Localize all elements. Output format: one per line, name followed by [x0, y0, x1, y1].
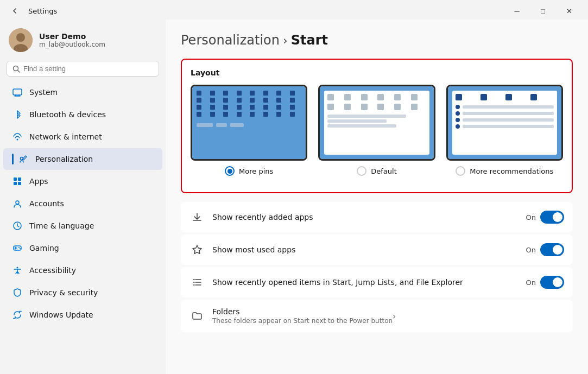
recently-added-toggle[interactable]	[540, 211, 564, 224]
more-rec-radio[interactable]	[456, 166, 465, 176]
window-controls: ─ □ ✕	[504, 3, 581, 19]
sidebar-item-update-label: Windows Update	[29, 310, 93, 319]
avatar	[9, 28, 33, 52]
sidebar-item-gaming[interactable]: Gaming	[3, 237, 162, 259]
user-name: User Demo	[39, 32, 105, 41]
svg-rect-4	[13, 89, 22, 95]
sidebar-item-bluetooth-label: Bluetooth & devices	[29, 110, 106, 119]
svg-rect-9	[14, 182, 17, 185]
sidebar-item-time[interactable]: Time & language	[3, 215, 162, 237]
default-preview	[318, 85, 435, 161]
personalization-icon	[18, 154, 29, 164]
main-content: Personalization › Start Layout	[166, 20, 588, 374]
sidebar-item-system[interactable]: System	[3, 81, 162, 103]
privacy-icon	[12, 287, 23, 298]
accounts-icon	[12, 198, 23, 209]
chevron-right-icon: ›	[393, 311, 396, 321]
accessibility-icon	[12, 265, 23, 276]
more-pins-preview	[191, 85, 307, 161]
toggle-thumb	[553, 212, 562, 222]
user-info: User Demo m_lab@outlook.com	[39, 32, 105, 48]
folders-label: Folders	[212, 307, 393, 316]
active-indicator	[12, 154, 14, 164]
layout-section-title: Layout	[191, 68, 563, 77]
most-used-toggle[interactable]	[540, 243, 564, 256]
sidebar-item-gaming-label: Gaming	[29, 244, 59, 252]
most-used-toggle-area: On	[526, 243, 564, 256]
more-pins-radio[interactable]	[225, 166, 235, 176]
more-rec-preview	[446, 85, 563, 161]
search-box[interactable]	[7, 61, 159, 77]
most-used-label: Show most used apps	[212, 245, 526, 254]
default-radio-label[interactable]: Default	[357, 166, 397, 176]
recently-opened-toggle[interactable]	[540, 276, 564, 289]
svg-point-5	[17, 139, 18, 141]
breadcrumb: Personalization › Start	[181, 33, 573, 48]
layout-option-more-pins[interactable]: More pins	[191, 85, 307, 176]
back-button[interactable]	[7, 3, 23, 19]
breadcrumb-current: Start	[291, 33, 328, 48]
list-icon	[189, 275, 205, 290]
svg-rect-10	[18, 182, 21, 185]
layout-option-default[interactable]: Default	[318, 85, 435, 176]
recently-added-label: Show recently added apps	[212, 213, 526, 221]
app-body: User Demo m_lab@outlook.com System	[0, 20, 588, 374]
more-pins-radio-label[interactable]: More pins	[225, 166, 273, 176]
layout-option-more-rec[interactable]: More recommendations	[446, 85, 563, 176]
recently-opened-on-label: On	[526, 278, 536, 287]
layout-section: Layout	[181, 59, 573, 193]
recently-opened-label: Show recently opened items in Start, Jum…	[212, 278, 526, 287]
sidebar-item-update[interactable]: Windows Update	[3, 304, 162, 326]
folders-row-main: Folders These folders appear on Start ne…	[189, 307, 396, 325]
layout-options: More pins	[191, 85, 563, 176]
sidebar-item-bluetooth[interactable]: Bluetooth & devices	[3, 104, 162, 125]
close-button[interactable]: ✕	[557, 3, 581, 19]
sidebar-item-accessibility[interactable]: Accessibility	[3, 259, 162, 281]
apps-icon	[12, 176, 23, 187]
title-bar: Settings ─ □ ✕	[0, 0, 588, 20]
svg-point-1	[16, 33, 25, 42]
most-used-row: Show most used apps On	[181, 234, 573, 265]
more-pins-label: More pins	[239, 167, 273, 175]
title-bar-left: Settings	[7, 3, 57, 19]
sidebar-item-personalization[interactable]: Personalization	[3, 148, 162, 170]
sidebar-item-accounts[interactable]: Accounts	[3, 193, 162, 214]
sidebar-item-personalization-label: Personalization	[35, 155, 93, 163]
sidebar-item-accessibility-label: Accessibility	[29, 266, 76, 275]
recently-opened-row: Show recently opened items in Start, Jum…	[181, 267, 573, 297]
update-icon	[12, 309, 23, 320]
sidebar-item-privacy[interactable]: Privacy & security	[3, 282, 162, 303]
sidebar-item-network-label: Network & internet	[29, 132, 102, 141]
default-radio[interactable]	[357, 166, 366, 176]
folders-sublabel: These folders appear on Start next to th…	[212, 317, 393, 325]
folders-row[interactable]: Folders These folders appear on Start ne…	[181, 300, 573, 332]
sidebar-item-apps-label: Apps	[29, 177, 48, 186]
gaming-icon	[12, 243, 23, 253]
recently-added-row: Show recently added apps On	[181, 202, 573, 232]
toggle-thumb-2	[553, 245, 562, 255]
system-icon	[12, 87, 23, 98]
more-rec-label: More recommendations	[470, 167, 553, 175]
most-used-on-label: On	[526, 246, 536, 254]
default-label: Default	[371, 167, 397, 175]
search-icon	[12, 65, 20, 73]
sidebar-nav: System Bluetooth & devices Network & int…	[0, 81, 166, 326]
download-icon	[189, 210, 205, 225]
sidebar-item-privacy-label: Privacy & security	[29, 288, 98, 297]
user-section[interactable]: User Demo m_lab@outlook.com	[0, 20, 166, 59]
network-icon	[12, 131, 23, 142]
maximize-button[interactable]: □	[530, 3, 555, 19]
sidebar-item-apps[interactable]: Apps	[3, 170, 162, 192]
minimize-button[interactable]: ─	[504, 3, 529, 19]
folder-icon	[189, 308, 205, 324]
user-email: m_lab@outlook.com	[39, 41, 105, 48]
window-title: Settings	[28, 7, 57, 15]
svg-point-14	[18, 247, 20, 248]
sidebar-item-network[interactable]: Network & internet	[3, 126, 162, 148]
more-rec-radio-label[interactable]: More recommendations	[456, 166, 553, 176]
star-icon	[189, 242, 205, 257]
search-input[interactable]	[23, 65, 153, 73]
recently-added-toggle-area: On	[526, 211, 564, 224]
svg-point-11	[16, 201, 19, 204]
sidebar-item-system-label: System	[29, 88, 58, 97]
